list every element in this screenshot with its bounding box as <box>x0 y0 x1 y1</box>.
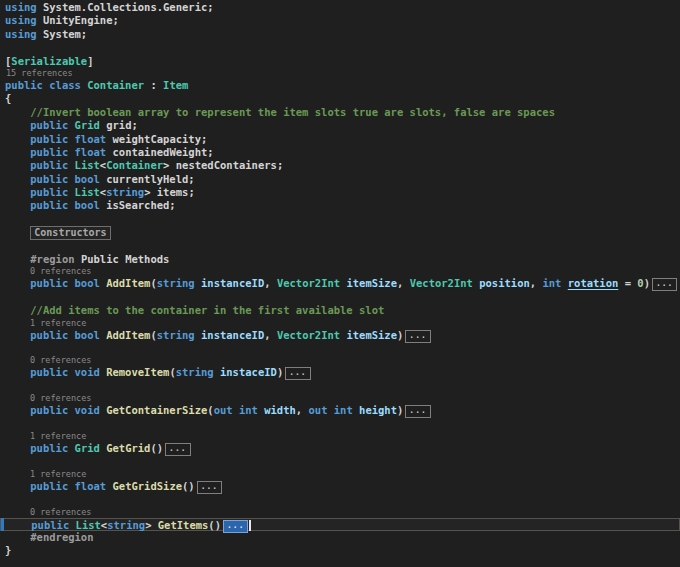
token-method: GetContainerSize <box>106 404 207 416</box>
code-line[interactable]: public class Container : Item <box>0 79 680 92</box>
token-type: Container <box>106 159 163 171</box>
code-line[interactable]: public bool AddItem(string instanceID, V… <box>0 277 680 290</box>
code-line[interactable]: public bool currentlyHeld; <box>0 173 680 186</box>
token-kw: public <box>30 186 74 198</box>
text-cursor <box>249 520 251 531</box>
token-kw: public <box>30 159 74 171</box>
token-type: List <box>75 186 100 198</box>
code-line-current[interactable]: public List<string> GetItems()... <box>0 518 680 531</box>
token-type: Grid <box>75 119 100 131</box>
token-plain: : <box>144 79 163 91</box>
token-plain: System; <box>37 28 88 40</box>
code-line[interactable]: #endregion <box>0 531 680 544</box>
token-kw: string <box>157 277 195 289</box>
collapsed-body-box[interactable]: ... <box>165 443 190 456</box>
blank-line <box>0 291 680 304</box>
token-method: AddItem <box>106 277 150 289</box>
token-comment: //Add items to the container in the firs… <box>5 304 384 316</box>
code-line[interactable]: //Invert boolean array to represent the … <box>0 106 680 119</box>
code-line[interactable]: public bool isSearched; <box>0 199 680 212</box>
token-type: Item <box>163 79 188 91</box>
codelens-references[interactable]: 0 references <box>0 266 680 277</box>
token-plain: > nestedContainers; <box>163 159 283 171</box>
token-directive: #endregion <box>30 531 93 543</box>
token-comment: //Invert boolean array to represent the … <box>5 106 555 118</box>
code-line[interactable]: public float GetGridSize()... <box>0 480 680 493</box>
codelens-references[interactable]: 0 references <box>0 393 680 404</box>
code-line[interactable]: public Grid grid; <box>0 119 680 132</box>
token-kw: public bool <box>30 173 106 185</box>
codelens-references[interactable]: 1 reference <box>0 431 680 442</box>
token-kw: public void <box>30 404 106 416</box>
token-plain <box>5 253 30 265</box>
code-line[interactable]: //Add items to the container in the firs… <box>0 304 680 317</box>
token-plain: ) <box>277 366 283 378</box>
codelens-references[interactable]: 15 references <box>0 68 680 79</box>
code-line[interactable]: public void GetContainerSize(out int wid… <box>0 404 680 417</box>
token-kw: public class <box>5 79 87 91</box>
token-kw: public <box>30 119 74 131</box>
collapsed-region-constructors[interactable]: Constructors <box>30 226 110 240</box>
codelens-references[interactable]: 0 references <box>0 507 680 518</box>
token-plain <box>5 199 30 211</box>
token-param: width <box>264 404 296 416</box>
token-plain: ) <box>644 277 650 289</box>
token-kw: out int <box>308 404 359 416</box>
token-plain <box>5 366 30 378</box>
blank-line <box>0 455 680 468</box>
token-plain: () <box>150 442 163 454</box>
token-kw: int <box>542 277 561 289</box>
code-line[interactable]: using System; <box>0 28 680 41</box>
token-plain: , <box>264 329 277 341</box>
code-line[interactable]: public void RemoveItem(string instaceID)… <box>0 366 680 379</box>
code-line[interactable]: public List<Container> nestedContainers; <box>0 159 680 172</box>
code-line[interactable]: } <box>0 544 680 557</box>
code-line[interactable]: public bool AddItem(string instanceID, V… <box>0 329 680 342</box>
blank-line <box>0 240 680 253</box>
token-plain: , <box>264 277 277 289</box>
token-method: GetItems <box>158 519 209 531</box>
token-plain <box>5 133 30 145</box>
code-line[interactable]: public float containedWeight; <box>0 146 680 159</box>
code-line[interactable]: using System.Collections.Generic; <box>0 1 680 14</box>
token-plain: System.Collections.Generic; <box>37 1 214 13</box>
token-plain: weightCapacity; <box>112 133 207 145</box>
collapsed-body-box[interactable]: ... <box>197 481 222 494</box>
token-plain: grid; <box>100 119 138 131</box>
token-kw: public bool <box>30 329 106 341</box>
token-plain: > items; <box>144 186 195 198</box>
token-plain: > <box>145 519 158 531</box>
token-param: position <box>479 277 530 289</box>
code-line[interactable]: { <box>0 92 680 105</box>
blank-line <box>0 418 680 431</box>
blank-line <box>0 380 680 393</box>
collapsed-body-box[interactable]: ... <box>285 367 310 380</box>
token-method: GetGrid <box>106 442 150 454</box>
codelens-references[interactable]: 1 reference <box>0 469 680 480</box>
collapsed-body-box[interactable]: ... <box>652 278 677 291</box>
token-plain <box>5 159 30 171</box>
code-line[interactable]: #region Public Methods <box>0 253 680 266</box>
code-line[interactable]: public float weightCapacity; <box>0 133 680 146</box>
code-line[interactable]: public Grid GetGrid()... <box>0 442 680 455</box>
code-editor[interactable]: using System.Collections.Generic;using U… <box>0 0 680 567</box>
token-plain: isSearched; <box>106 199 176 211</box>
token-kw: public float <box>30 146 112 158</box>
code-line[interactable]: Constructors <box>0 226 680 239</box>
codelens-references[interactable]: 0 references <box>0 355 680 366</box>
token-plain: ) <box>397 329 403 341</box>
token-kw: string <box>157 329 195 341</box>
code-line[interactable]: [Serializable] <box>0 55 680 68</box>
codelens-references[interactable]: 1 reference <box>0 318 680 329</box>
collapsed-body-box[interactable]: ... <box>405 330 430 343</box>
token-plain: containedWeight; <box>112 146 213 158</box>
token-plain <box>6 519 31 531</box>
blank-line <box>0 213 680 226</box>
token-param: instaceID <box>220 366 277 378</box>
collapsed-body-box[interactable]: ... <box>405 405 430 418</box>
code-line[interactable]: public List<string> items; <box>0 186 680 199</box>
code-line[interactable]: using UnityEngine; <box>0 14 680 27</box>
token-param: rotation <box>568 277 619 289</box>
token-plain <box>5 404 30 416</box>
token-type: Container <box>87 79 144 91</box>
